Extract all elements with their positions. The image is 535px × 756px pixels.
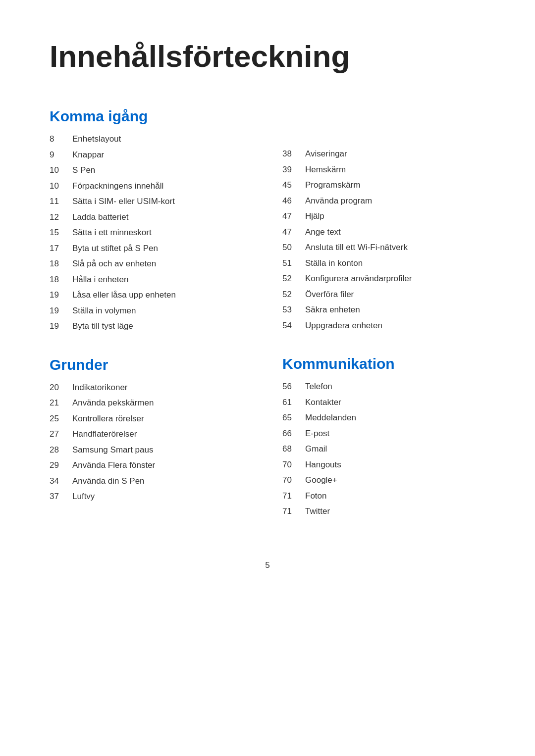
toc-list-grunder: 20Indikatorikoner 21Använda pekskärmen 2… <box>50 381 253 503</box>
list-item: 20Indikatorikoner <box>50 381 253 394</box>
toc-label: Ställa in konton <box>305 257 363 270</box>
toc-label: Hangouts <box>305 458 341 471</box>
toc-list-komma-igång: 8Enhetslayout 9Knappar 10S Pen 10Förpack… <box>50 133 253 333</box>
toc-label: Twitter <box>305 505 330 518</box>
list-item: 66E-post <box>282 427 485 440</box>
toc-num: 19 <box>50 320 72 333</box>
toc-num: 10 <box>50 164 72 177</box>
toc-label: Uppgradera enheten <box>305 319 382 332</box>
toc-num: 29 <box>50 459 72 472</box>
list-item: 18Slå på och av enheten <box>50 257 253 270</box>
toc-label: Konfigurera användarprofiler <box>305 272 412 285</box>
toc-num: 65 <box>282 411 305 424</box>
toc-num: 61 <box>282 396 305 409</box>
toc-label: Ställa in volymen <box>72 304 136 317</box>
toc-label: Sätta i SIM- eller USIM-kort <box>72 195 175 208</box>
toc-label: Ansluta till ett Wi-Fi-nätverk <box>305 241 408 254</box>
list-item: 39Hemskärm <box>282 163 485 176</box>
list-item: 61Kontakter <box>282 396 485 409</box>
page-title: Innehållsförteckning <box>50 40 485 73</box>
toc-label: Slå på och av enheten <box>72 257 156 270</box>
list-item: 54Uppgradera enheten <box>282 319 485 332</box>
toc-num: 52 <box>282 288 305 301</box>
toc-label: Google+ <box>305 474 337 487</box>
list-item: 29Använda Flera fönster <box>50 459 253 472</box>
toc-num: 52 <box>282 272 305 285</box>
toc-num: 68 <box>282 443 305 455</box>
toc-label: Använda pekskärmen <box>72 397 154 409</box>
list-item: 71Foton <box>282 490 485 503</box>
list-item: 27Handflaterörelser <box>50 428 253 441</box>
toc-num: 12 <box>50 211 72 224</box>
list-item: 50Ansluta till ett Wi-Fi-nätverk <box>282 241 485 254</box>
toc-num: 47 <box>282 210 305 223</box>
list-item: 52Överföra filer <box>282 288 485 301</box>
toc-num: 18 <box>50 257 72 270</box>
toc-label: Enhetslayout <box>72 133 121 146</box>
toc-label: Knappar <box>72 149 104 161</box>
toc-label: Säkra enheten <box>305 303 360 316</box>
toc-num: 8 <box>50 133 72 146</box>
toc-num: 34 <box>50 475 72 488</box>
toc-label: Ladda batteriet <box>72 211 128 224</box>
list-item: 47Ange text <box>282 226 485 239</box>
toc-num: 45 <box>282 179 305 192</box>
toc-num: 51 <box>282 257 305 270</box>
toc-label: S Pen <box>72 164 95 177</box>
toc-num: 21 <box>50 397 72 409</box>
toc-label: Använda din S Pen <box>72 475 145 488</box>
toc-num: 54 <box>282 319 305 332</box>
list-item: 71Twitter <box>282 505 485 518</box>
section-title-kommunikation: Kommunikation <box>282 355 485 372</box>
toc-num: 25 <box>50 412 72 425</box>
page-number: 5 <box>50 560 485 570</box>
toc-label: Hemskärm <box>305 163 346 176</box>
list-item: 17Byta ut stiftet på S Pen <box>50 242 253 255</box>
toc-label: Använda Flera fönster <box>72 459 155 472</box>
toc-label: Sätta i ett minneskort <box>72 226 152 239</box>
list-item: 47Hjälp <box>282 210 485 223</box>
toc-label: Byta till tyst läge <box>72 320 133 333</box>
toc-num: 39 <box>282 163 305 176</box>
list-item: 70Hangouts <box>282 458 485 471</box>
toc-num: 19 <box>50 304 72 317</box>
toc-num: 18 <box>50 273 72 286</box>
toc-num: 15 <box>50 226 72 239</box>
list-item: 45Programskärm <box>282 179 485 192</box>
toc-num: 9 <box>50 149 72 161</box>
toc-label: Kontakter <box>305 396 341 409</box>
list-item: 12Ladda batteriet <box>50 211 253 224</box>
list-item: 8Enhetslayout <box>50 133 253 146</box>
toc-label: Hjälp <box>305 210 324 223</box>
toc-num: 19 <box>50 289 72 302</box>
list-item: 68Gmail <box>282 443 485 455</box>
toc-num: 71 <box>282 505 305 518</box>
toc-num: 38 <box>282 148 305 160</box>
toc-num: 11 <box>50 195 72 208</box>
toc-num: 46 <box>282 195 305 207</box>
toc-num: 70 <box>282 458 305 471</box>
list-item: 65Meddelanden <box>282 411 485 424</box>
toc-num: 10 <box>50 180 72 193</box>
toc-label: Foton <box>305 490 326 503</box>
toc-label: Överföra filer <box>305 288 354 301</box>
toc-label: Meddelanden <box>305 411 356 424</box>
toc-num: 53 <box>282 303 305 316</box>
toc-list-grunder-cont: 38Aviseringar 39Hemskärm 45Programskärm … <box>282 148 485 332</box>
list-item: 25Kontrollera rörelser <box>50 412 253 425</box>
list-item: 70Google+ <box>282 474 485 487</box>
toc-label: Förpackningens innehåll <box>72 180 163 193</box>
list-item: 19Låsa eller låsa upp enheten <box>50 289 253 302</box>
toc-label: Programskärm <box>305 179 360 192</box>
list-item: 15Sätta i ett minneskort <box>50 226 253 239</box>
toc-label: Gmail <box>305 443 327 455</box>
left-column: Komma igång 8Enhetslayout 9Knappar 10S P… <box>50 108 253 521</box>
list-item: 38Aviseringar <box>282 148 485 160</box>
section-title-komma-igång: Komma igång <box>50 108 253 125</box>
toc-label: Kontrollera rörelser <box>72 412 144 425</box>
toc-label: Aviseringar <box>305 148 347 160</box>
toc-num: 37 <box>50 490 72 503</box>
toc-label: Luftvy <box>72 490 95 503</box>
list-item: 37Luftvy <box>50 490 253 503</box>
toc-label: Använda program <box>305 195 372 207</box>
